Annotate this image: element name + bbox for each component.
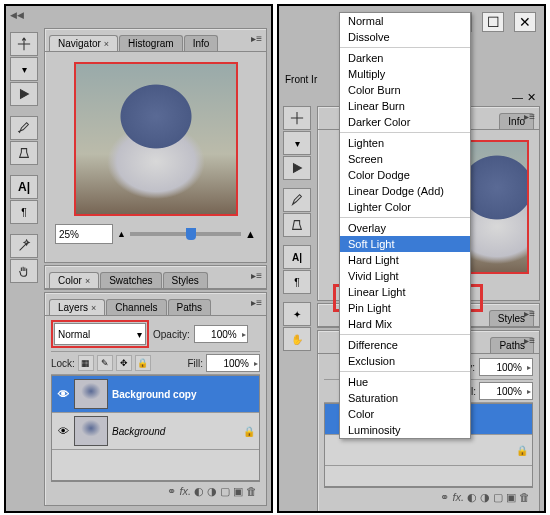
clone-tool-icon[interactable]	[10, 141, 38, 165]
color-palette: Color× Swatches Styles ▸≡	[44, 265, 267, 290]
tab-navigator[interactable]: Navigator×	[49, 35, 118, 51]
link-icon[interactable]: ⚭	[167, 485, 176, 498]
folder-icon[interactable]: ▢	[220, 485, 230, 498]
opacity-input[interactable]: 100%	[194, 325, 248, 343]
zoom-out-icon[interactable]: ▲	[117, 229, 126, 239]
blend-option-normal[interactable]: Normal	[340, 13, 470, 29]
brush-tool-icon[interactable]	[10, 116, 38, 140]
blend-option-linear-burn[interactable]: Linear Burn	[340, 98, 470, 114]
type-tool-icon[interactable]: A|	[283, 245, 311, 269]
blend-option-screen[interactable]: Screen	[340, 151, 470, 167]
layers-body: Normal▾ Opacity: 100% Lock: ▦ ✎ ✥ 🔒 Fill…	[45, 316, 266, 505]
blend-option-exclusion[interactable]: Exclusion	[340, 353, 470, 369]
close-icon[interactable]: ✕	[514, 12, 536, 32]
blend-option-overlay[interactable]: Overlay	[340, 220, 470, 236]
blend-option-darker-color[interactable]: Darker Color	[340, 114, 470, 130]
blend-mode-dropdown[interactable]: Normal▾	[54, 323, 146, 345]
palette-menu-icon[interactable]: ▸≡	[251, 297, 262, 308]
zoom-in-icon[interactable]: ▲	[245, 228, 256, 240]
blend-option-color-dodge[interactable]: Color Dodge	[340, 167, 470, 183]
hand-tool-icon[interactable]	[10, 259, 38, 283]
tab-info[interactable]: Info	[184, 35, 219, 51]
zoom-slider[interactable]	[130, 232, 241, 236]
blend-option-pin-light[interactable]: Pin Light	[340, 300, 470, 316]
navigator-body: ▲ ▲	[45, 52, 266, 262]
wand-tool-icon[interactable]	[10, 234, 38, 258]
fill-input[interactable]: 100%	[206, 354, 260, 372]
visibility-icon[interactable]: 👁	[56, 425, 70, 437]
blend-option-soft-light[interactable]: Soft Light	[340, 236, 470, 252]
move-tool-icon[interactable]	[10, 32, 38, 56]
tab-swatches[interactable]: Swatches	[100, 272, 161, 288]
tab-styles[interactable]: Styles	[163, 272, 208, 288]
opacity-label: Opacity:	[153, 329, 190, 340]
lock-transparent-icon[interactable]: ▦	[78, 355, 94, 371]
lock-position-icon[interactable]: ✥	[116, 355, 132, 371]
type-tool-icon[interactable]: A|	[10, 175, 38, 199]
layer-row[interactable]: 🔒	[325, 435, 532, 466]
blend-option-luminosity[interactable]: Luminosity	[340, 422, 470, 438]
paragraph-tool-icon[interactable]: ¶	[10, 200, 38, 224]
layer-name[interactable]: Background copy	[112, 389, 255, 400]
visibility-icon[interactable]: 👁	[56, 388, 70, 400]
blend-option-hue[interactable]: Hue	[340, 374, 470, 390]
blend-option-vivid-light[interactable]: Vivid Light	[340, 268, 470, 284]
tab-layers[interactable]: Layers×	[49, 299, 105, 315]
blend-option-lighten[interactable]: Lighten	[340, 135, 470, 151]
clone-tool-icon[interactable]	[283, 213, 311, 237]
right-panel: — ☐ ✕ Front Ir ▾ A| ¶ ✦ ✋ —✕ Info▸≡ Styl…	[277, 4, 546, 513]
new-layer-icon[interactable]: ▣	[233, 485, 243, 498]
blend-option-hard-mix[interactable]: Hard Mix	[340, 316, 470, 332]
blend-option-color[interactable]: Color	[340, 406, 470, 422]
blend-option-linear-dodge-add-[interactable]: Linear Dodge (Add)	[340, 183, 470, 199]
zoom-input[interactable]	[55, 224, 113, 244]
wand-tool-icon[interactable]: ✦	[283, 302, 311, 326]
blend-option-dissolve[interactable]: Dissolve	[340, 29, 470, 45]
blend-option-hard-light[interactable]: Hard Light	[340, 252, 470, 268]
palette-menu-icon[interactable]: ▸≡	[251, 33, 262, 44]
spacer	[10, 166, 36, 174]
trash-icon[interactable]: 🗑	[246, 485, 257, 498]
slider-thumb[interactable]	[186, 228, 196, 240]
paragraph-tool-icon[interactable]: ¶	[283, 270, 311, 294]
dropdown-tool-icon[interactable]: ▾	[283, 131, 311, 155]
play-tool-icon[interactable]	[10, 82, 38, 106]
lock-icon: 🔒	[243, 426, 255, 437]
layer-name[interactable]: Background	[112, 426, 239, 437]
palette-menu-icon[interactable]: ▸≡	[251, 270, 262, 281]
move-tool-icon[interactable]	[283, 106, 311, 130]
dropdown-tool-icon[interactable]: ▾	[10, 57, 38, 81]
adjustment-icon[interactable]: ◑	[207, 485, 217, 498]
navigator-preview[interactable]	[74, 62, 238, 216]
blend-option-linear-light[interactable]: Linear Light	[340, 284, 470, 300]
tab-histogram[interactable]: Histogram	[119, 35, 183, 51]
lock-all-icon[interactable]: 🔒	[135, 355, 151, 371]
maximize-icon[interactable]: ☐	[482, 12, 504, 32]
mask-icon[interactable]: ◐	[194, 485, 204, 498]
blend-option-lighter-color[interactable]: Lighter Color	[340, 199, 470, 215]
bird-image	[76, 64, 236, 214]
blend-option-saturation[interactable]: Saturation	[340, 390, 470, 406]
tab-color[interactable]: Color×	[49, 272, 99, 288]
brush-tool-icon[interactable]	[283, 188, 311, 212]
collapse-chevron-icon[interactable]: ◀◀	[10, 10, 24, 20]
zoom-row: ▲ ▲	[55, 224, 256, 244]
layer-row[interactable]: 👁 Background copy	[52, 376, 259, 413]
tab-channels[interactable]: Channels	[106, 299, 166, 315]
lock-pixels-icon[interactable]: ✎	[97, 355, 113, 371]
color-tabs: Color× Swatches Styles ▸≡	[45, 266, 266, 289]
blend-option-color-burn[interactable]: Color Burn	[340, 82, 470, 98]
blend-mode-menu: NormalDissolveDarkenMultiplyColor BurnLi…	[339, 12, 471, 439]
layer-thumbnail[interactable]	[74, 379, 108, 409]
layer-thumbnail[interactable]	[74, 416, 108, 446]
tab-paths[interactable]: Paths	[168, 299, 212, 315]
blend-option-darken[interactable]: Darken	[340, 50, 470, 66]
hand-tool-icon[interactable]: ✋	[283, 327, 311, 351]
fx-icon[interactable]: fx.	[179, 485, 191, 498]
blend-option-difference[interactable]: Difference	[340, 337, 470, 353]
layer-row[interactable]: 👁 Background 🔒	[52, 413, 259, 450]
blend-option-multiply[interactable]: Multiply	[340, 66, 470, 82]
play-tool-icon[interactable]	[283, 156, 311, 180]
layers-footer: ⚭ fx. ◐ ◑ ▢ ▣ 🗑	[51, 481, 260, 501]
layer-list: 👁 Background copy 👁 Background 🔒	[51, 375, 260, 481]
